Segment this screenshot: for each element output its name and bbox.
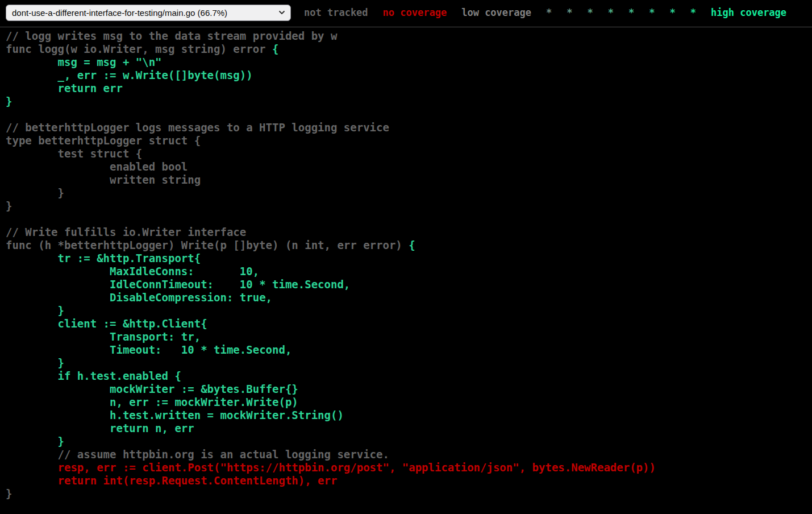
source-code: // logg writes msg to the data stream pr… <box>6 30 812 500</box>
code-segment: return n, err <box>6 422 194 434</box>
code-segment: _, err := w.Write([]byte(msg)) <box>6 69 253 81</box>
code-segment: // betterhttpLogger logs messages to a H… <box>6 121 389 134</box>
topbar: dont-use-a-different-interface-for-testi… <box>0 0 812 27</box>
code-segment: h.test.written = mockWriter.String() <box>6 409 344 421</box>
code-segment: { <box>272 43 278 55</box>
code-segment: } <box>6 200 12 212</box>
code-segment: client := &http.Client{ <box>6 317 207 330</box>
legend-cov2-star: * <box>546 7 552 18</box>
legend-cov8-star: * <box>670 7 676 18</box>
coverage-legend: not trackedno coveragelow coverage******… <box>297 7 794 18</box>
code-segment: resp, err := client.Post("https://httpbi… <box>6 461 656 474</box>
legend-cov4-star: * <box>588 7 593 18</box>
code-segment: } <box>6 95 12 107</box>
code-segment: msg = msg + "\n" <box>6 56 162 68</box>
legend-cov5-star: * <box>608 7 614 18</box>
code-segment: } <box>6 487 12 500</box>
code-segment: } <box>6 357 64 369</box>
code-segment: MaxIdleConns: 10, <box>6 265 259 277</box>
code-segment: // Write fulfills io.Writer interface <box>6 226 246 238</box>
code-segment: func logg(w io.Writer, msg string) error <box>6 43 272 55</box>
legend-no-coverage: no coverage <box>383 7 447 18</box>
code-segment: DisableCompression: true, <box>6 291 272 304</box>
code-segment: written string <box>6 173 201 186</box>
legend-low-coverage: low coverage <box>461 7 531 18</box>
code-segment: { <box>409 239 415 251</box>
file-selector-wrap: dont-use-a-different-interface-for-testi… <box>6 5 291 21</box>
code-segment: return int(resp.Request.ContentLength), … <box>6 474 337 487</box>
code-segment: } <box>6 304 64 317</box>
legend-cov7-star: * <box>649 7 655 18</box>
code-segment: test struct { <box>6 147 142 160</box>
code-segment: func (h *betterhttpLogger) Write(p []byt… <box>6 239 409 251</box>
legend-not-tracked: not tracked <box>304 7 368 18</box>
code-segment: n, err := mockWriter.Write(p) <box>6 396 298 408</box>
code-segment: // logg writes msg to the data stream pr… <box>6 30 337 42</box>
legend-high-coverage: high coverage <box>711 7 786 18</box>
code-segment: enabled bool <box>6 160 188 173</box>
code-segment: tr := &http.Transport{ <box>6 252 201 264</box>
code-segment: } <box>6 435 64 447</box>
code-segment: Transport: tr, <box>6 330 201 343</box>
code-segment: mockWriter := &bytes.Buffer{} <box>6 383 298 395</box>
legend-cov9-star: * <box>690 7 696 18</box>
code-segment: type betterhttpLogger struct { <box>6 134 201 147</box>
content: // logg writes msg to the data stream pr… <box>0 30 812 500</box>
code-segment: if h.test.enabled { <box>6 370 181 382</box>
code-segment: return err <box>6 82 123 94</box>
legend-cov6-star: * <box>628 7 634 18</box>
code-segment: IdleConnTimeout: 10 * time.Second, <box>6 278 350 291</box>
code-segment: // assume httpbin.org is an actual loggi… <box>6 448 389 461</box>
legend-cov3-star: * <box>567 7 572 18</box>
code-segment: } <box>6 186 64 199</box>
code-segment: Timeout: 10 * time.Second, <box>6 343 292 356</box>
file-selector[interactable]: dont-use-a-different-interface-for-testi… <box>6 5 291 21</box>
